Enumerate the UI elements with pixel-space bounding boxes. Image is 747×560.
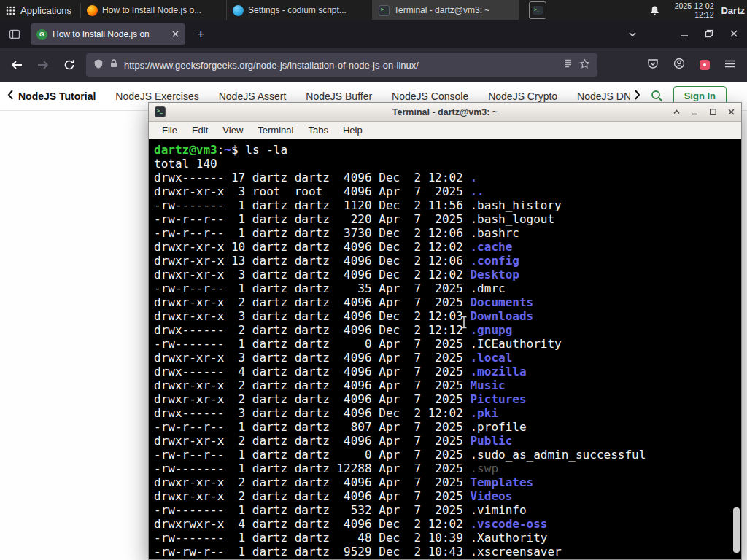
file-name: Music (470, 378, 505, 392)
file-name: .bashrc (470, 226, 519, 240)
site-nav-item[interactable]: NodeJS Console (392, 90, 468, 102)
terminal-menu-help[interactable]: Help (336, 125, 370, 136)
lock-icon[interactable] (109, 58, 118, 71)
browser-tab[interactable]: How to Install Node.js on (31, 23, 185, 45)
taskbar-item[interactable]: Settings - codium script... (227, 0, 373, 20)
panel-clock[interactable]: 2025-12-02 12:12 (667, 1, 721, 19)
file-name: Videos (470, 489, 512, 503)
tab-close-icon[interactable] (170, 29, 179, 40)
file-name: .sudo_as_admin_successful (470, 448, 646, 462)
terminal-output-line: drwx------ 17 dartz dartz 4096 Dec 2 12:… (154, 171, 740, 184)
terminal-output-line: -rw-rw-r-- 1 dartz dartz 9529 Dec 2 10:4… (154, 545, 740, 559)
notifications-bell-icon[interactable] (642, 5, 667, 16)
terminal-maximize-icon[interactable] (709, 106, 717, 119)
url-bar[interactable]: https://www.geeksforgeeks.org/node-js/in… (86, 53, 597, 77)
terminal-scrollbar-thumb[interactable] (733, 508, 740, 553)
file-name: .. (470, 184, 484, 198)
terminal-output-line: drwxr-xr-x 2 dartz dartz 4096 Apr 7 2025… (154, 489, 740, 503)
file-name: Pictures (470, 392, 526, 406)
file-name: .ICEauthority (470, 337, 561, 351)
site-nav-item[interactable]: NodeJS Assert (219, 90, 287, 102)
save-to-pocket-icon[interactable] (647, 58, 659, 72)
file-name: .viminfo (470, 503, 526, 517)
terminal-output-line: -rw------- 1 dartz dartz 532 Apr 7 2025 … (154, 503, 740, 517)
terminal-output-line: -rw------- 1 dartz dartz 48 Dec 2 10:39 … (154, 531, 740, 545)
terminal-title-bar[interactable]: Terminal - dartz@vm3: ~ (149, 103, 741, 122)
file-name: .profile (470, 420, 526, 434)
terminal-menu-view[interactable]: View (215, 125, 250, 136)
tab-title: How to Install Node.js on (53, 29, 165, 39)
terminal-menu-tabs[interactable]: Tabs (301, 125, 335, 136)
bookmark-star-icon[interactable] (579, 58, 590, 72)
file-name: .swp (470, 462, 498, 475)
terminal-app-icon (155, 106, 166, 117)
terminal-output-line: -rw------- 1 dartz dartz 0 Apr 7 2025 .I… (154, 337, 740, 351)
site-nav-item[interactable]: NodeJS Buffer (306, 90, 372, 102)
reload-icon[interactable] (60, 59, 79, 71)
account-icon[interactable] (673, 58, 685, 72)
file-name: Templates (470, 475, 533, 489)
taskbar-item[interactable]: How to Install Node.js o... (81, 0, 227, 20)
file-name: .dmrc (470, 281, 505, 295)
terminal-menu-edit[interactable]: Edit (185, 125, 215, 136)
firefox-view-icon[interactable] (9, 28, 20, 40)
forward-icon[interactable] (34, 58, 53, 71)
tray-terminal-icon[interactable] (529, 1, 546, 19)
terminal-menu-terminal[interactable]: Terminal (250, 125, 301, 136)
terminal-output-line: drwxr-xr-x 13 dartz dartz 4096 Dec 2 12:… (154, 254, 740, 268)
window-taskbar: How to Install Node.js o...Settings - co… (81, 0, 519, 20)
prompt-symbol: $ (231, 143, 239, 157)
terminal-output-line: drwxr-xr-x 2 dartz dartz 4096 Apr 7 2025… (154, 475, 740, 489)
terminal-output-line: drwxr-xr-x 2 dartz dartz 4096 Apr 7 2025… (154, 295, 740, 309)
terminal-output-line: -rw-r--r-- 1 dartz dartz 807 Apr 7 2025 … (154, 420, 740, 434)
terminal-output-line: -rw------- 1 dartz dartz 1120 Dec 2 11:5… (154, 198, 740, 212)
terminal-menu-bar: FileEditViewTerminalTabsHelp (149, 122, 741, 139)
prompt-separator: : (217, 143, 225, 157)
site-nav-item[interactable]: NodeJS Tutorial (18, 90, 96, 102)
reader-view-icon[interactable] (563, 58, 573, 71)
new-tab-button[interactable]: + (193, 28, 209, 41)
text-cursor-ibeam (460, 316, 468, 332)
search-icon[interactable] (651, 90, 663, 102)
list-all-tabs-icon[interactable] (627, 29, 638, 39)
menu-hamburger-icon[interactable] (724, 58, 735, 71)
browser-restore-icon[interactable] (705, 28, 713, 41)
file-name: .mozilla (470, 365, 526, 378)
applications-menu-button[interactable]: Applications (0, 0, 80, 20)
site-nav-item[interactable]: NodeJS Exercises (115, 90, 198, 102)
site-nav-item[interactable]: NodeJS Crypto (488, 90, 557, 102)
file-name: Desktop (470, 268, 519, 281)
browser-minimize-icon[interactable] (680, 28, 689, 41)
terminal-close-icon[interactable] (727, 106, 735, 119)
terminal-minimize-icon[interactable] (691, 106, 699, 119)
file-name: .local (470, 351, 512, 365)
file-name: .config (470, 254, 519, 268)
terminal-output-line: -rw-r--r-- 1 dartz dartz 35 Apr 7 2025 .… (154, 281, 740, 295)
terminal-window: Terminal - dartz@vm3: ~ FileEditViewTerm… (148, 102, 742, 560)
codium-icon (233, 5, 244, 16)
taskbar-item[interactable]: Terminal - dartz@vm3: ~ (373, 0, 519, 20)
terminal-content[interactable]: dartz@vm3:~$ ls -la total 140 drwx------… (149, 139, 741, 559)
tracking-protection-shield-icon[interactable] (93, 58, 104, 72)
nav-scroll-right-icon[interactable] (634, 90, 640, 103)
file-name: .bash_history (470, 198, 561, 212)
terminal-listing: drwx------ 17 dartz dartz 4096 Dec 2 12:… (154, 171, 740, 559)
nav-scroll-left-icon[interactable] (7, 90, 14, 103)
user-label[interactable]: Dartz (721, 5, 747, 16)
browser-nav-toolbar: https://www.geeksforgeeks.org/node-js/in… (0, 48, 747, 82)
extension-icon[interactable] (700, 60, 710, 70)
terminal-output-line: drwx------ 3 dartz dartz 4096 Dec 2 12:0… (154, 406, 740, 420)
browser-window-controls (680, 28, 738, 41)
file-name: .xscreensaver (470, 545, 561, 559)
terminal-menu-file[interactable]: File (155, 125, 185, 136)
terminal-output-line: drwxr-xr-x 2 dartz dartz 4096 Apr 7 2025… (154, 434, 740, 448)
back-icon[interactable] (7, 58, 26, 71)
url-text[interactable]: https://www.geeksforgeeks.org/node-js/in… (124, 60, 557, 71)
taskbar-item-label: How to Install Node.js o... (102, 5, 201, 15)
prompt-path: ~ (224, 143, 231, 157)
applications-grid-icon (6, 6, 15, 15)
terminal-shade-icon[interactable] (673, 106, 681, 119)
browser-close-icon[interactable] (729, 28, 738, 41)
applications-label: Applications (20, 5, 71, 16)
site-nav-item[interactable]: NodeJS DNS (577, 90, 630, 102)
